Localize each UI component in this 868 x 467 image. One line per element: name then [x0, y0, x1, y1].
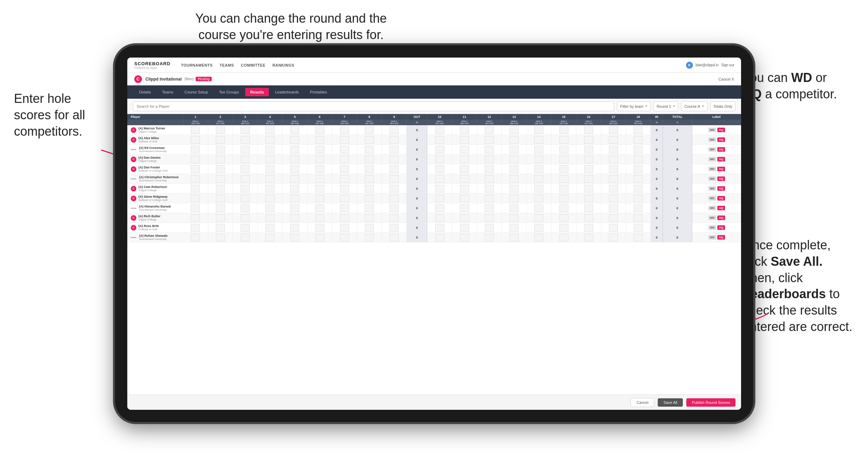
hole-6-cell[interactable]	[307, 203, 332, 213]
publish-button[interactable]: Publish Round Scores	[686, 398, 735, 407]
hole-5-cell[interactable]	[282, 145, 307, 155]
hole-12-input[interactable]	[485, 214, 494, 222]
hole-17-cell[interactable]	[601, 233, 626, 242]
hole-3-cell[interactable]	[233, 184, 257, 194]
hole-13-input[interactable]	[510, 146, 519, 153]
hole-3-input[interactable]	[241, 146, 250, 153]
hole-18-input[interactable]	[634, 224, 643, 232]
hole-15-input[interactable]	[559, 136, 568, 144]
hole-15-cell[interactable]	[551, 155, 576, 164]
hole-4-input[interactable]	[265, 165, 274, 173]
hole-4-cell[interactable]	[258, 223, 282, 233]
hole-13-cell[interactable]	[502, 223, 527, 233]
hole-5-input[interactable]	[290, 175, 299, 183]
hole-6-cell[interactable]	[307, 223, 332, 233]
hole-5-cell[interactable]	[282, 194, 307, 203]
hole-9-cell[interactable]	[382, 184, 407, 194]
hole-8-cell[interactable]	[357, 135, 382, 145]
hole-11-input[interactable]	[460, 136, 469, 144]
hole-8-cell[interactable]	[357, 233, 382, 242]
hole-2-cell[interactable]	[208, 213, 233, 223]
hole-12-input[interactable]	[485, 156, 494, 163]
hole-16-cell[interactable]	[576, 174, 601, 184]
hole-13-cell[interactable]	[502, 203, 527, 213]
hole-8-cell[interactable]	[357, 223, 382, 233]
hole-15-input[interactable]	[559, 126, 568, 134]
hole-15-input[interactable]	[559, 195, 568, 202]
dq-button[interactable]: DQ	[717, 147, 725, 152]
hole-18-cell[interactable]	[626, 155, 651, 164]
hole-2-input[interactable]	[216, 214, 225, 222]
hole-1-cell[interactable]	[183, 145, 208, 155]
wd-button[interactable]: WD	[708, 147, 716, 152]
hole-18-cell[interactable]	[626, 184, 651, 194]
hole-13-cell[interactable]	[502, 233, 527, 242]
hole-3-input[interactable]	[241, 165, 250, 173]
hole-5-cell[interactable]	[282, 155, 307, 164]
hole-10-input[interactable]	[435, 234, 444, 241]
hole-8-input[interactable]	[365, 156, 374, 163]
hole-18-input[interactable]	[634, 146, 643, 153]
hole-17-input[interactable]	[609, 195, 618, 202]
hole-18-cell[interactable]	[626, 174, 651, 184]
hole-7-input[interactable]	[340, 136, 349, 144]
hole-17-cell[interactable]	[601, 155, 626, 164]
hole-17-input[interactable]	[609, 165, 618, 173]
hole-6-input[interactable]	[315, 224, 324, 232]
hole-7-cell[interactable]	[332, 233, 357, 242]
hole-6-cell[interactable]	[307, 145, 332, 155]
hole-11-input[interactable]	[460, 185, 469, 193]
hole-2-input[interactable]	[216, 195, 225, 202]
hole-7-cell[interactable]	[332, 125, 357, 135]
hole-10-input[interactable]	[435, 136, 444, 144]
hole-1-cell[interactable]	[183, 223, 208, 233]
hole-4-cell[interactable]	[258, 125, 282, 135]
hole-3-input[interactable]	[241, 234, 250, 241]
hole-17-cell[interactable]	[601, 164, 626, 174]
hole-2-cell[interactable]	[208, 135, 233, 145]
hole-8-input[interactable]	[365, 195, 374, 202]
hole-3-input[interactable]	[241, 224, 250, 232]
hole-1-input[interactable]	[191, 224, 200, 232]
hole-15-cell[interactable]	[551, 174, 576, 184]
hole-16-cell[interactable]	[576, 203, 601, 213]
hole-4-input[interactable]	[265, 185, 274, 193]
hole-8-cell[interactable]	[357, 125, 382, 135]
hole-1-input[interactable]	[191, 165, 200, 173]
hole-9-cell[interactable]	[382, 203, 407, 213]
hole-11-cell[interactable]	[452, 135, 477, 145]
dq-button[interactable]: DQ	[717, 128, 725, 132]
hole-5-cell[interactable]	[282, 223, 307, 233]
hole-11-cell[interactable]	[452, 194, 477, 203]
hole-8-input[interactable]	[365, 234, 374, 241]
hole-4-cell[interactable]	[258, 164, 282, 174]
tab-course-setup[interactable]: Course Setup	[180, 88, 213, 96]
hole-2-cell[interactable]	[208, 194, 233, 203]
hole-14-input[interactable]	[534, 146, 543, 153]
hole-12-cell[interactable]	[477, 233, 501, 242]
hole-9-cell[interactable]	[382, 164, 407, 174]
hole-15-cell[interactable]	[551, 125, 576, 135]
hole-15-input[interactable]	[559, 165, 568, 173]
hole-6-input[interactable]	[315, 204, 324, 212]
hole-6-input[interactable]	[315, 195, 324, 202]
hole-16-input[interactable]	[584, 195, 593, 202]
nav-tournaments[interactable]: TOURNAMENTS	[181, 63, 213, 67]
hole-15-input[interactable]	[559, 224, 568, 232]
hole-11-input[interactable]	[460, 126, 469, 134]
hole-16-input[interactable]	[584, 165, 593, 173]
nav-teams[interactable]: TEAMS	[220, 63, 234, 67]
hole-17-cell[interactable]	[601, 203, 626, 213]
hole-16-input[interactable]	[584, 136, 593, 144]
hole-16-input[interactable]	[584, 234, 593, 241]
hole-8-input[interactable]	[365, 224, 374, 232]
hole-10-cell[interactable]	[427, 164, 452, 174]
hole-15-cell[interactable]	[551, 213, 576, 223]
hole-2-input[interactable]	[216, 175, 225, 183]
hole-14-input[interactable]	[534, 156, 543, 163]
course-dropdown[interactable]: Course A ▼	[681, 101, 707, 111]
hole-8-input[interactable]	[365, 214, 374, 222]
hole-11-cell[interactable]	[452, 203, 477, 213]
hole-12-input[interactable]	[485, 175, 494, 183]
hole-4-cell[interactable]	[258, 145, 282, 155]
